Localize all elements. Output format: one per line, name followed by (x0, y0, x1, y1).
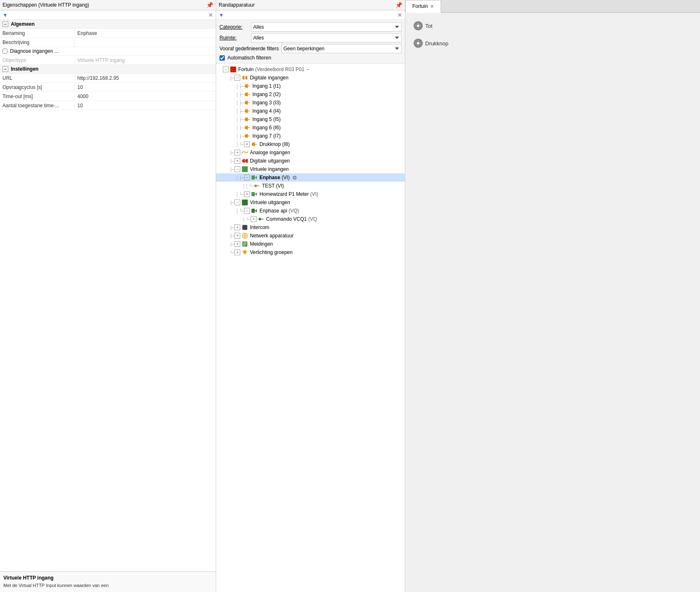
virtuele-ingangen-toggle[interactable] (234, 166, 240, 172)
ingang4-icon (244, 108, 251, 114)
tree-node-homewizard[interactable]: │ └─ Homewizard P1 Meter (VI) (216, 190, 405, 198)
meldingen-label: Meldingen (250, 241, 273, 247)
mid-panel-title: Randapparatuur (219, 2, 255, 8)
svg-rect-9 (242, 166, 248, 172)
enphase-label: Enphase (VI) (259, 175, 290, 180)
mid-close-filter-icon[interactable]: ✕ (397, 12, 402, 18)
tab-fortuin[interactable]: Fortuin × (405, 0, 441, 13)
commando-vcq1-label: Commando VCQ1 (VQ (266, 216, 317, 222)
enphase-api-toggle[interactable] (244, 208, 250, 214)
digitale-uitgangen-label: Digitale uitgangen (250, 158, 290, 164)
tree-node-fortuin[interactable]: Fortuin (Verdeelbord R03 P01 − (216, 65, 405, 74)
digitale-ingangen-toggle[interactable] (234, 75, 240, 81)
tree-node-analoge-ingangen[interactable]: ├─ Analoge ingangen (216, 148, 405, 157)
enphase-api-icon (251, 207, 258, 214)
drukknop-i8-icon (251, 141, 258, 148)
instellingen-toggle[interactable]: − (2, 66, 8, 72)
categorie-select[interactable]: Alles (251, 22, 402, 32)
tab-fortuin-close[interactable]: × (430, 3, 434, 10)
enphase-toggle[interactable] (244, 175, 250, 180)
diagnose-checkbox[interactable] (2, 49, 7, 54)
prop-timeout-value[interactable]: 4000 (75, 92, 216, 101)
svg-point-29 (417, 25, 419, 27)
digitale-uitgangen-icon (242, 158, 248, 164)
right-item-tot[interactable]: Tot (414, 21, 692, 30)
prop-url: URL http://192.168.2.95 (0, 74, 216, 83)
analoge-ingangen-icon (242, 149, 248, 156)
ruimte-select[interactable]: Alles (251, 33, 402, 42)
tree-node-enphase-api[interactable]: │ └─ Enphase api (VQ) (216, 207, 405, 215)
vooraf-row: Vooraf gedefinieerde filters Geen beperk… (219, 44, 402, 53)
prop-objecttype-label: Objecttype (0, 56, 75, 64)
virtuele-uitgangen-label: Virtuele uitgangen (250, 200, 290, 205)
enphase-icon (251, 174, 258, 181)
meldingen-toggle[interactable] (234, 241, 240, 247)
tree-node-ingang1[interactable]: │ ├─ Ingang 1 (I1) (216, 82, 405, 90)
tree-node-meldingen[interactable]: ├─ Meldingen (216, 240, 405, 248)
tree-node-intercom[interactable]: ├─ Intercom (216, 223, 405, 232)
tree-node-virtuele-ingangen[interactable]: ├─ Virtuele ingangen (216, 165, 405, 173)
netwerk-toggle[interactable] (234, 233, 240, 239)
svg-rect-18 (242, 225, 247, 230)
verlichting-toggle[interactable] (234, 249, 240, 255)
tree-node-commando-vcq1[interactable]: │ └─ Commando VCQ1 (VQ (216, 215, 405, 223)
analoge-ingangen-toggle[interactable] (234, 150, 240, 155)
tree-node-enphase[interactable]: │ ├─ Enphase (VI) ⚙ (216, 173, 405, 182)
svg-point-16 (259, 218, 261, 220)
ingang7-label: Ingang 7 (I7) (252, 133, 281, 139)
ingang2-icon (244, 91, 251, 98)
tree-node-drukknop-i8[interactable]: │ └─ Drukknop (I8) (216, 140, 405, 148)
commando-vcq1-toggle[interactable] (251, 216, 256, 222)
virtuele-uitgangen-icon (242, 199, 248, 206)
intercom-label: Intercom (250, 224, 269, 230)
prop-diagnose-row: Diagnose ingangen ... (0, 47, 216, 56)
footer-desc: Met de Virtual HTTP Input kunnen waarden… (3, 582, 212, 589)
vooraf-label: Vooraf gedefinieerde filters (219, 46, 279, 52)
prop-aantal-value[interactable]: 10 (75, 101, 216, 110)
prop-beschrijving-value[interactable] (75, 38, 216, 47)
tree-node-ingang4[interactable]: │ ├─ Ingang 4 (I4) (216, 107, 405, 115)
svg-point-11 (254, 185, 257, 187)
ingang3-icon (244, 99, 251, 106)
tree-node-test-vi[interactable]: │ │ └─ TEST (VI) (216, 182, 405, 190)
enphase-gear-icon[interactable]: ⚙ (292, 175, 297, 181)
intercom-toggle[interactable] (234, 224, 240, 230)
prop-url-value[interactable]: http://192.168.2.95 (75, 74, 216, 82)
svg-rect-15 (251, 209, 255, 213)
vooraf-select[interactable]: Geen beperkingen (281, 44, 402, 53)
properties-table: − Algemeen Benaming Enphase Beschrijving… (0, 20, 216, 571)
homewizard-toggle[interactable] (244, 191, 250, 197)
close-filter-icon[interactable]: ✕ (208, 12, 213, 18)
tree-node-digitale-ingangen[interactable]: ├─ Digitale ingangen (216, 74, 405, 82)
digitale-uitgangen-toggle[interactable] (234, 158, 240, 164)
tree-node-verlichting[interactable]: └─ Verlichting groepen (216, 248, 405, 257)
virtuele-ingangen-icon (242, 166, 248, 173)
right-item-drukknop[interactable]: Drukknop (414, 39, 692, 48)
ingang6-label: Ingang 6 (I6) (252, 125, 281, 131)
ingang5-icon (244, 116, 251, 123)
prop-benaming-value[interactable]: Enphase (75, 29, 216, 37)
analoge-ingangen-label: Analoge ingangen (250, 150, 290, 155)
tree-node-ingang5[interactable]: │ ├─ Ingang 5 (I5) (216, 115, 405, 123)
prop-opvraagcyclus-value[interactable]: 10 (75, 83, 216, 91)
svg-rect-10 (251, 175, 255, 180)
prop-timeout: Time-out [ms] 4000 (0, 92, 216, 101)
tree-node-virtuele-uitgangen[interactable]: ├─ Virtuele uitgangen (216, 198, 405, 207)
digitale-ingangen-icon (242, 74, 248, 81)
ingang4-label: Ingang 4 (I4) (252, 108, 281, 114)
auto-filter-checkbox[interactable] (219, 55, 225, 61)
tree-node-ingang6[interactable]: │ ├─ Ingang 6 (I6) (216, 123, 405, 132)
svg-point-25 (243, 250, 246, 254)
drukknop-i8-toggle[interactable] (244, 141, 250, 147)
tree-node-digitale-uitgangen[interactable]: ├─ Digitale uitgangen (216, 157, 405, 165)
tree-node-netwerk[interactable]: ├─ Netwerk apparatuur (216, 232, 405, 240)
tree-node-ingang2[interactable]: │ ├─ Ingang 2 (I2) (216, 90, 405, 99)
algemeen-toggle[interactable]: − (2, 21, 8, 27)
prop-url-label: URL (0, 74, 75, 82)
mid-filter-bar: ▼ ✕ (216, 10, 405, 20)
netwerk-label: Netwerk apparatuur (250, 233, 293, 239)
virtuele-uitgangen-toggle[interactable] (234, 200, 240, 205)
tree-node-ingang3[interactable]: │ ├─ Ingang 3 (I3) (216, 99, 405, 107)
fortuin-toggle[interactable] (223, 67, 229, 72)
tree-node-ingang7[interactable]: │ ├─ Ingang 7 (I7) (216, 132, 405, 140)
